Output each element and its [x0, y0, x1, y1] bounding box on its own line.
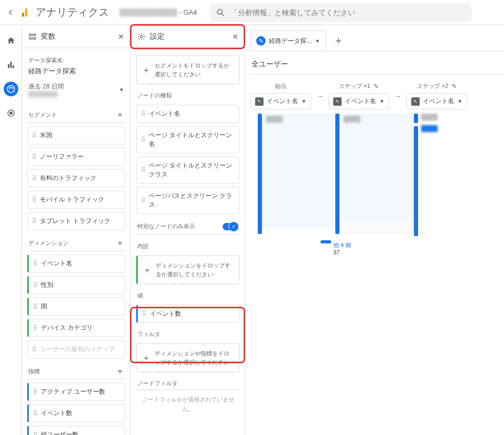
- sankey-node[interactable]: [335, 114, 339, 234]
- cursor-icon: ↖: [333, 97, 342, 106]
- back-button[interactable]: [4, 6, 17, 19]
- exploration-name-label: データ探索名:: [28, 57, 124, 64]
- svg-rect-3: [13, 65, 14, 68]
- dimension-chip[interactable]: ⠿デバイス カテゴリ: [27, 319, 125, 337]
- drag-handle-icon: ⠿: [141, 110, 145, 118]
- drag-handle-icon: ⠿: [32, 346, 36, 353]
- node-type-chip[interactable]: ⠿ページ タイトルとスクリーン名: [136, 126, 239, 153]
- segment-chip[interactable]: ⠿ノーリファラー: [27, 148, 125, 166]
- node-select-start[interactable]: ↖ イベント名 ▼: [250, 93, 311, 109]
- date-range-select[interactable]: 過去 28 日間 ████████ ▼: [27, 80, 125, 102]
- metric-chip[interactable]: ⠿イベント数: [27, 404, 125, 422]
- drag-handle-icon: ⠿: [33, 431, 37, 436]
- sankey-flow: [262, 114, 335, 229]
- dimension-chip[interactable]: ⠿性別: [27, 276, 125, 294]
- drag-handle-icon: ⠿: [33, 325, 37, 332]
- drag-handle-icon: ⠿: [142, 310, 146, 318]
- chevron-down-icon: ▼: [301, 98, 306, 104]
- brand-text: アナリティクス: [36, 5, 109, 19]
- drag-handle-icon: ⠿: [33, 260, 37, 267]
- plus-icon: ＋: [142, 352, 150, 364]
- svg-point-4: [7, 85, 15, 93]
- drag-handle-icon: ⠿: [141, 197, 145, 204]
- add-dimension-button[interactable]: ＋: [116, 238, 124, 249]
- segment-chip[interactable]: ⠿米国: [27, 126, 125, 144]
- sankey-node[interactable]: [321, 240, 331, 243]
- segment-chip[interactable]: ⠿タブレット トラフィック: [27, 212, 125, 230]
- drag-handle-icon: ⠿: [33, 282, 37, 289]
- add-tab-button[interactable]: ＋: [329, 31, 348, 50]
- svg-rect-2: [10, 62, 12, 68]
- sankey-node[interactable]: [258, 114, 262, 234]
- viz-title: 全ユーザー: [250, 51, 504, 75]
- search-icon: [216, 8, 225, 17]
- chevron-down-icon: ▼: [119, 87, 124, 93]
- values-chip[interactable]: ⠿イベント数: [136, 305, 239, 323]
- segments-title: セグメント: [28, 111, 57, 119]
- exploration-name-value[interactable]: 経路データ探索: [27, 66, 125, 80]
- special-nodes-label: 特別なノードのみ表示: [137, 222, 195, 230]
- node-select-step2[interactable]: ↖ イベント名 ▼: [407, 93, 467, 109]
- chevron-down-icon: ▼: [379, 98, 385, 104]
- other-items-link[interactable]: 他 4 個: [333, 241, 351, 249]
- nav-home-icon[interactable]: [4, 34, 18, 48]
- pencil-icon[interactable]: ✎: [374, 83, 379, 90]
- cursor-icon: ↖: [255, 97, 264, 106]
- segment-chip[interactable]: ⠿有料のトラフィック: [27, 169, 125, 187]
- dimensions-title: ディメンション: [28, 239, 69, 247]
- plus-icon: ＋: [142, 64, 150, 76]
- node-type-chip[interactable]: ⠿イベント名: [136, 105, 239, 123]
- metric-chip[interactable]: ⠿アクティブ ユーザー数: [27, 383, 125, 401]
- node-type-chip[interactable]: ⠿ページパスとスクリーン クラス: [136, 187, 239, 214]
- node-select-step1[interactable]: ↖ イベント名 ▼: [328, 93, 389, 109]
- close-settings-button[interactable]: ✕: [232, 32, 238, 41]
- nav-reports-icon[interactable]: [4, 58, 18, 72]
- search-input[interactable]: [231, 8, 465, 17]
- step-1-label: ステップ +1: [339, 82, 370, 90]
- cursor-icon: ↖: [411, 97, 420, 106]
- property-name[interactable]: ████████████ - GA4: [119, 8, 197, 16]
- metric-chip[interactable]: ⠿総ユーザー数: [27, 426, 125, 435]
- special-nodes-toggle[interactable]: [223, 223, 238, 230]
- breakdown-dropzone[interactable]: ＋ ディメンションをドロップするか選択してください: [136, 255, 239, 284]
- sankey-node[interactable]: [414, 114, 418, 123]
- add-segment-button[interactable]: ＋: [116, 109, 124, 120]
- arrow-right-icon: →: [316, 92, 323, 100]
- add-metric-button[interactable]: ＋: [116, 366, 124, 377]
- svg-point-0: [217, 9, 222, 14]
- node-filter-empty-text: ノードフィルタが適用されていません。: [136, 395, 239, 414]
- chevron-down-icon: ▼: [457, 98, 463, 104]
- nav-explore-icon[interactable]: [4, 82, 18, 96]
- svg-rect-8: [29, 38, 36, 39]
- values-label: 値: [136, 292, 239, 302]
- sankey-flow: [339, 218, 414, 234]
- close-variables-button[interactable]: ✕: [118, 32, 124, 41]
- step-2-label: ステップ +2: [417, 82, 448, 90]
- drag-handle-icon: ⠿: [32, 153, 36, 161]
- svg-point-6: [9, 112, 12, 115]
- chevron-down-icon: ▼: [315, 38, 320, 44]
- sankey-node[interactable]: [414, 126, 418, 236]
- svg-rect-7: [29, 34, 36, 36]
- dimension-chip[interactable]: ⠿国: [27, 297, 125, 316]
- drag-handle-icon: ⠿: [32, 196, 36, 204]
- gear-icon: [137, 32, 146, 41]
- dimension-chip[interactable]: ⠿ユーザーの最初のメディア: [27, 340, 125, 359]
- ga-logo-icon: [21, 7, 31, 18]
- pencil-icon[interactable]: ✎: [452, 83, 457, 90]
- drag-handle-icon: ⠿: [33, 388, 37, 396]
- svg-point-9: [140, 36, 143, 38]
- drag-handle-icon: ⠿: [32, 175, 36, 182]
- dimension-chip[interactable]: ⠿イベント名: [27, 254, 125, 273]
- ga-logo: [21, 7, 31, 18]
- search-box[interactable]: [210, 3, 472, 22]
- svg-rect-1: [8, 64, 9, 69]
- nav-advertising-icon[interactable]: [4, 106, 18, 120]
- filter-dropzone[interactable]: ＋ ディメンションや指標をドロップするか選択してください: [136, 343, 239, 372]
- exploration-tab[interactable]: ✎ 経路データ探... ▼: [250, 30, 326, 51]
- node-type-chip[interactable]: ⠿ページ タイトルとスクリーン クラス: [136, 157, 239, 184]
- segment-chip[interactable]: ⠿モバイル トラフィック: [27, 191, 125, 209]
- drag-handle-icon: ⠿: [33, 410, 37, 417]
- segment-dropzone[interactable]: ＋ セグメントをドロップするか選択してください: [136, 55, 239, 84]
- drag-handle-icon: ⠿: [33, 303, 37, 310]
